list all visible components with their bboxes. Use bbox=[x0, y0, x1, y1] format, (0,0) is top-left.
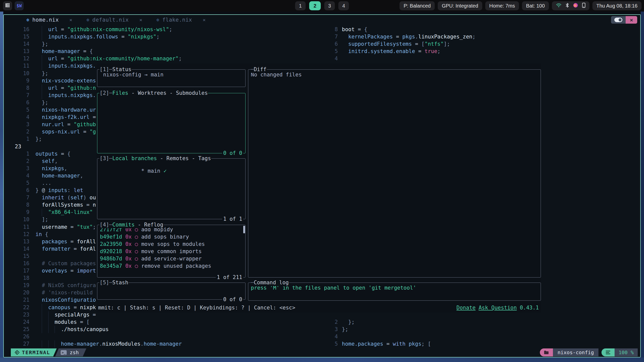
window-toggle-button[interactable] bbox=[611, 16, 626, 24]
token: = bbox=[67, 224, 77, 230]
commit-row[interactable]: 8e345a7 0x ○ remove unused packages bbox=[100, 262, 243, 270]
app-logo-button[interactable]: $W bbox=[15, 1, 24, 10]
token: . bbox=[415, 34, 418, 40]
commits-panel-title: [4]─Commits - Reflog bbox=[99, 221, 164, 228]
code-line: 16 url = "github:nix-community/nixos-wsl… bbox=[11, 26, 182, 33]
line-number: 17 bbox=[11, 267, 35, 275]
code-line: 26 bbox=[11, 333, 182, 340]
token: ; bbox=[179, 56, 182, 62]
commit-row[interactable]: d920218 0x ○ move common imports bbox=[100, 248, 243, 255]
code-text: kernelPackages = pkgs.linuxPackages_zen; bbox=[342, 33, 475, 40]
status-pill[interactable]: GPU: Integrated bbox=[438, 1, 482, 10]
lazygit-command-log-panel[interactable]: ─Command log press 'M' in the files pane… bbox=[248, 283, 541, 301]
lazygit-options-bar: mmit: c | Stash: s | Reset: D | Keybindi… bbox=[97, 304, 541, 311]
folder-icon bbox=[544, 350, 549, 354]
color-profile-icon[interactable] bbox=[573, 3, 578, 9]
line-number: 5 bbox=[328, 340, 342, 348]
editor-tab-flake.nix[interactable]: ❄flake.nix× bbox=[149, 17, 213, 23]
code-text: home.packages = with pkgs; [ bbox=[342, 340, 431, 348]
token: = bbox=[67, 239, 77, 245]
token: ; bbox=[472, 34, 475, 40]
token: url bbox=[48, 85, 58, 91]
commit-row[interactable]: b49ef1d 0x ○ add sops binary bbox=[100, 233, 243, 241]
repo-segment: nixos-config bbox=[553, 348, 598, 356]
token: inputs.nixpkgs. bbox=[48, 92, 96, 98]
commit-row[interactable]: 2a23950 0x ○ move sops to modules bbox=[100, 241, 243, 248]
close-tab-icon[interactable]: × bbox=[69, 17, 72, 23]
lazygit-branches-panel[interactable]: [3]─Local branches - Remotes - Tags * ma… bbox=[97, 158, 246, 219]
commit-row[interactable]: 9486b7d 0x ○ add service-wrapper bbox=[100, 255, 243, 262]
tab-stash[interactable]: Stash bbox=[112, 280, 128, 286]
mode-label: TERMINAL bbox=[22, 349, 50, 355]
lazygit-files-panel[interactable]: [2]─Files - Worktrees - Submodules 0 of … bbox=[97, 93, 246, 153]
clock-pill[interactable]: Thu Aug 08, 18:16 bbox=[592, 1, 641, 10]
line-number: 7 bbox=[11, 194, 35, 201]
workspace-button-1[interactable]: 1 bbox=[295, 1, 306, 10]
lazygit-commits-panel[interactable]: [4]─Commits - Reflog 2717f2f 0x ○ add mo… bbox=[97, 225, 246, 278]
workspace-button-3[interactable]: 3 bbox=[324, 1, 335, 10]
workspace-button-2[interactable]: 2 bbox=[309, 1, 321, 10]
tab-local-branches[interactable]: Local branches bbox=[112, 155, 157, 161]
tab-commits[interactable]: Commits bbox=[112, 222, 135, 228]
line-number: 10 bbox=[11, 70, 35, 77]
tabs-remotes-tags[interactable]: - Remotes - Tags bbox=[157, 155, 211, 161]
window-close-button[interactable]: × bbox=[626, 16, 637, 24]
lazygit-status-panel[interactable]: [1]─Status nixos-config → main bbox=[97, 69, 246, 87]
workspace-button-4[interactable]: 4 bbox=[338, 1, 349, 10]
token: ... bbox=[42, 180, 51, 186]
token: "github bbox=[74, 121, 96, 127]
code-line: 27 home-manager.nixosModules.home-manage… bbox=[11, 340, 182, 348]
system-tray[interactable] bbox=[552, 1, 589, 10]
indent-guide bbox=[35, 106, 42, 114]
files-count: 0 of 0 bbox=[222, 150, 243, 157]
folder-chip bbox=[540, 348, 553, 356]
ask-question-link[interactable]: Ask Question bbox=[478, 304, 517, 311]
indent-guide bbox=[342, 33, 348, 40]
tabs-worktrees-submodules[interactable]: - Worktrees - Submodules bbox=[128, 90, 208, 96]
donate-link[interactable]: Donate bbox=[457, 304, 476, 311]
bluetooth-icon[interactable] bbox=[566, 3, 569, 9]
token: ; bbox=[437, 48, 440, 54]
lazygit-diff-panel[interactable]: ─Diff No changed files bbox=[248, 69, 541, 278]
indent-guide bbox=[35, 26, 42, 33]
token: }; bbox=[35, 136, 42, 142]
close-tab-icon[interactable]: × bbox=[203, 17, 206, 23]
code-text: # Custom packages bbox=[35, 260, 96, 267]
status-panel-title: [1]─Status bbox=[99, 66, 132, 73]
tab-files[interactable]: Files bbox=[112, 90, 128, 96]
line-number: 10 bbox=[11, 216, 35, 223]
code-text: boot = { bbox=[342, 26, 367, 33]
token: nixpkgs-f2k.url bbox=[42, 114, 90, 120]
editor-tab-default.nix[interactable]: ❄default.nix× bbox=[79, 17, 149, 23]
indent-guide bbox=[35, 128, 42, 135]
status-pill[interactable]: Bat: 100 bbox=[522, 1, 549, 10]
indent-guide bbox=[35, 158, 42, 165]
launcher-button[interactable] bbox=[3, 1, 12, 10]
line-number: 7 bbox=[11, 92, 35, 99]
close-tab-icon[interactable]: × bbox=[139, 17, 142, 23]
shell-segment: >_ zsh bbox=[55, 348, 86, 356]
line-number: 15 bbox=[11, 253, 35, 260]
editor-tab-home.nix[interactable]: ❄home.nix× bbox=[19, 17, 79, 23]
token: overlays bbox=[42, 268, 67, 274]
code-text: }; bbox=[35, 40, 48, 48]
indent-guide bbox=[35, 99, 42, 106]
status-pill[interactable]: Home: 7ms bbox=[485, 1, 519, 10]
token: nur.url bbox=[42, 121, 64, 127]
code-line: 14 }; bbox=[11, 40, 182, 48]
branch-row[interactable]: * main ✓ bbox=[138, 168, 167, 174]
code-text: ... bbox=[35, 179, 51, 187]
tab-reflog[interactable]: - Reflog bbox=[135, 222, 163, 228]
phone-icon[interactable] bbox=[582, 3, 585, 9]
indent-guide bbox=[35, 304, 42, 311]
status-pill[interactable]: P: Balanced bbox=[399, 1, 435, 10]
commits-scrollbar[interactable] bbox=[243, 226, 245, 233]
network-wifi-icon[interactable] bbox=[556, 3, 561, 9]
token: home-manager bbox=[61, 341, 99, 347]
indent-guide bbox=[35, 260, 42, 267]
lazygit-stash-panel[interactable]: [5]─Stash 0 of 0 bbox=[97, 283, 246, 300]
line-number: 13 bbox=[11, 48, 35, 55]
token: "x86_64-linux" bbox=[48, 209, 93, 215]
token: }; bbox=[42, 70, 48, 76]
code-text: supportedFilesystems = ["ntfs"]; bbox=[342, 40, 450, 48]
